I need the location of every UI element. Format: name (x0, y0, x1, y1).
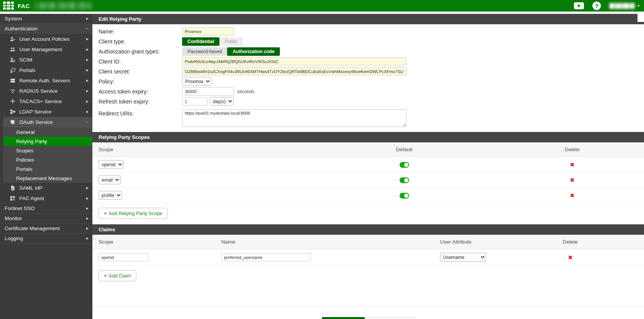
access-token-expiry-unit: seconds (237, 89, 254, 94)
sidebar-item-portals[interactable]: Portals ▶ (0, 65, 92, 75)
default-toggle[interactable] (400, 162, 409, 168)
save-button[interactable]: Save (322, 317, 365, 319)
client-secret-label: Client secret: (92, 68, 182, 75)
chevron-right-icon: ▶ (86, 110, 89, 114)
add-relying-party-scope-button[interactable]: + Add Relying Party Scope (99, 208, 168, 219)
chevron-right-icon: ▶ (86, 68, 89, 72)
sidebar-item-authentication[interactable]: Authentication ▼ (0, 24, 92, 34)
client-type-segments: Confidential Public (182, 37, 243, 46)
document-icon (10, 185, 16, 191)
scope-select[interactable]: openid (99, 160, 124, 169)
sidebar-item-logging[interactable]: Logging ▶ (0, 234, 92, 244)
plus-icon: + (104, 273, 107, 279)
delete-icon[interactable]: ✖ (570, 192, 575, 199)
claims-table-header: Scope Name User Attribute Delete (92, 235, 644, 249)
sidebar-item-oauth-replacement-messages[interactable]: Replacement Messages (3, 174, 92, 183)
sidebar-item-scim[interactable]: SCIM ▶ (0, 55, 92, 65)
fortinet-logo-icon (3, 2, 14, 10)
sidebar-item-fac-agent[interactable]: FAC Agent ▶ (0, 193, 92, 204)
sidebar-nav: System ▶ Authentication ▼ User Account P… (0, 14, 92, 319)
refresh-token-expiry-unit-select[interactable]: day(s) (210, 97, 234, 106)
name-input[interactable] (182, 27, 234, 35)
refresh-token-expiry-input[interactable] (182, 97, 207, 105)
user-menu[interactable]: ▼ (609, 3, 640, 9)
claim-scope-input[interactable] (99, 253, 149, 261)
claim-user-attribute-select[interactable]: Username (440, 253, 486, 262)
default-toggle[interactable] (400, 193, 409, 199)
chevron-right-icon: ▶ (86, 186, 89, 190)
client-type-label: Client type: (92, 38, 182, 45)
chevron-right-icon: ▶ (86, 58, 89, 62)
claims-title: Claims (92, 224, 644, 235)
relying-party-scopes-title: Relying Party Scopes (92, 132, 644, 142)
claim-name-input[interactable] (221, 253, 311, 261)
client-id-input[interactable] (182, 57, 406, 65)
sidebar-item-system[interactable]: System ▶ (0, 14, 92, 24)
sidebar-item-oauth-scopes[interactable]: Scopes (3, 146, 92, 155)
sidebar-item-remote-auth-servers[interactable]: Remote Auth. Servers ▶ (0, 75, 92, 86)
sidebar-item-saml-idp[interactable]: SAML IdP ▶ (0, 183, 92, 193)
access-token-expiry-input[interactable] (182, 87, 234, 95)
sidebar-item-fortinet-sso[interactable]: Fortinet SSO ▶ (0, 204, 92, 214)
sidebar-item-oauth-service[interactable]: OAuth Service ▼ (3, 117, 92, 127)
scopes-col-delete: Delete (500, 147, 644, 152)
sidebar-item-certificate-management[interactable]: Certificate Management ▶ (0, 224, 92, 234)
chevron-right-icon: ▶ (86, 100, 89, 103)
grant-password-based-button[interactable]: Password-based (182, 47, 227, 56)
page-title: Edit Relying Party (92, 14, 644, 24)
fortiauthenticator-app: FAC ? ▼ System ▶ Authentication ▼ (0, 0, 644, 319)
client-type-public-button[interactable]: Public (219, 37, 243, 46)
wifi-icon (10, 89, 16, 94)
delete-icon[interactable]: ✖ (570, 162, 575, 168)
policy-label: Policy: (92, 78, 182, 85)
claim-row: Username ✖ (92, 249, 644, 266)
scope-row: email ✖ (92, 172, 644, 188)
sidebar-item-oauth-general[interactable]: General (3, 127, 92, 137)
chevron-right-icon: ▶ (86, 37, 89, 41)
sidebar-item-ldap-service[interactable]: LDAP Service ▶ (0, 107, 92, 117)
chevron-right-icon: ▶ (86, 17, 89, 20)
server-icon (10, 78, 16, 84)
user-sync-icon (10, 57, 16, 63)
cancel-button[interactable]: Cancel (369, 317, 415, 319)
youtube-icon[interactable] (574, 2, 584, 9)
grant-authorization-code-button[interactable]: Authorization code (227, 47, 280, 56)
oauth-service-group: OAuth Service ▼ General Relying Party Sc… (3, 117, 92, 183)
chevron-down-icon: ▼ (637, 4, 640, 8)
grant-type-segments: Password-based Authorization code (182, 47, 280, 56)
client-secret-input[interactable] (182, 67, 406, 75)
chevron-right-icon: ▶ (86, 207, 89, 210)
sidebar-item-tacacs-service[interactable]: TACACS+ Service ▶ (0, 96, 92, 107)
access-token-expiry-label: Access token expiry: (92, 89, 182, 95)
client-id-label: Client ID: (92, 58, 182, 65)
sidebar-item-oauth-policies[interactable]: Policies (3, 155, 92, 164)
sidebar-item-user-management[interactable]: User Management ▶ (0, 44, 92, 55)
delete-icon[interactable]: ✖ (570, 177, 575, 183)
redirect-uris-label: Redirect URIs: (92, 109, 182, 117)
chevron-down-icon: ▼ (85, 120, 89, 124)
delete-icon[interactable]: ✖ (568, 254, 573, 261)
cross-arrows-icon (10, 99, 16, 104)
users-group-icon (10, 47, 16, 52)
sidebar-item-monitor[interactable]: Monitor ▶ (0, 214, 92, 224)
chevron-down-icon: ▼ (85, 27, 89, 31)
help-icon[interactable]: ? (592, 2, 601, 10)
sidebar-item-user-account-policies[interactable]: User Account Policies ▶ (0, 34, 92, 44)
portal-icon (10, 68, 16, 73)
sidebar-item-radius-service[interactable]: RADIUS Service ▶ (0, 86, 92, 96)
scopes-col-default: Default (308, 147, 500, 152)
scrollbar[interactable] (637, 14, 644, 22)
grid-agent-icon (10, 196, 16, 201)
shield-key-icon (10, 120, 16, 125)
client-type-confidential-button[interactable]: Confidential (182, 37, 219, 46)
scope-select[interactable]: email (99, 175, 120, 184)
username-redacted (609, 3, 635, 9)
hostname-redacted (34, 2, 92, 9)
default-toggle[interactable] (400, 177, 409, 183)
redirect-uris-textarea[interactable]: https://pve01.mydomain.local:8006 (182, 109, 406, 127)
sidebar-item-oauth-relying-party[interactable]: Relying Party (3, 137, 92, 146)
add-claim-button[interactable]: + Add Claim (99, 270, 136, 281)
policy-select[interactable]: Proxmox (182, 77, 211, 86)
scope-select[interactable]: profile (99, 191, 122, 200)
sidebar-item-oauth-portals[interactable]: Portals (3, 164, 92, 174)
